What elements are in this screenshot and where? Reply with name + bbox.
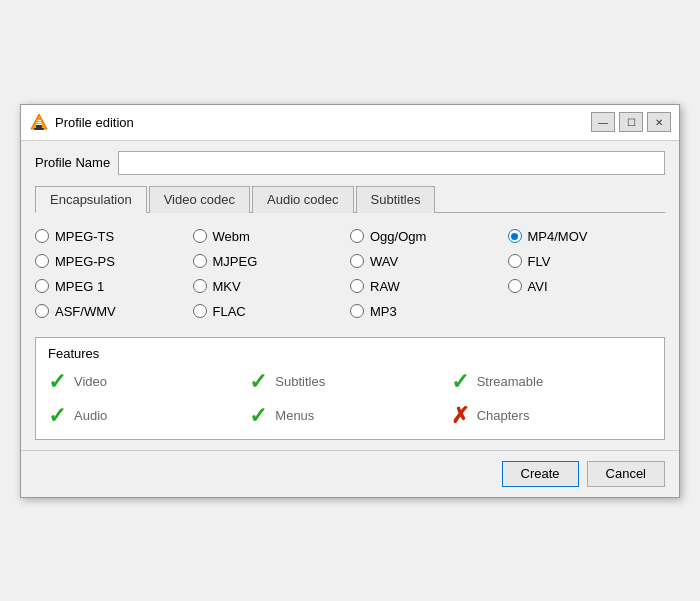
main-window: Profile edition — ☐ ✕ Profile Name Encap…: [20, 104, 680, 498]
radio-circle-raw: [350, 279, 364, 293]
feature-label-streamable: Streamable: [477, 374, 543, 389]
features-grid: ✓Video✓Subtitles✓Streamable✓Audio✓Menus✗…: [48, 371, 652, 427]
check-green-icon: ✓: [48, 405, 66, 427]
feature-item-chapters: ✗Chapters: [451, 405, 652, 427]
radio-item-asf-wmv[interactable]: ASF/WMV: [35, 304, 193, 319]
feature-item-menus: ✓Menus: [249, 405, 450, 427]
radio-label-mkv: MKV: [213, 279, 241, 294]
svg-rect-2: [34, 128, 44, 130]
check-green-icon: ✓: [249, 405, 267, 427]
feature-item-streamable: ✓Streamable: [451, 371, 652, 393]
feature-item-video: ✓Video: [48, 371, 249, 393]
tab-encapsulation[interactable]: Encapsulation: [35, 186, 147, 213]
maximize-button[interactable]: ☐: [619, 112, 643, 132]
window-controls: — ☐ ✕: [591, 112, 671, 132]
svg-rect-3: [37, 120, 41, 121]
radio-label-ogg-ogm: Ogg/Ogm: [370, 229, 426, 244]
features-title: Features: [48, 346, 652, 361]
encapsulation-options: MPEG-TSWebmOgg/OgmMP4/MOVMPEG-PSMJPEGWAV…: [35, 225, 665, 323]
radio-label-mpeg1: MPEG 1: [55, 279, 104, 294]
radio-item-raw[interactable]: RAW: [350, 279, 508, 294]
radio-item-flac[interactable]: FLAC: [193, 304, 351, 319]
minimize-button[interactable]: —: [591, 112, 615, 132]
profile-name-label: Profile Name: [35, 155, 110, 170]
radio-item-ogg-ogm[interactable]: Ogg/Ogm: [350, 229, 508, 244]
radio-circle-mpeg-ts: [35, 229, 49, 243]
feature-item-subtitles: ✓Subtitles: [249, 371, 450, 393]
radio-circle-mp3: [350, 304, 364, 318]
check-red-icon: ✗: [451, 405, 469, 427]
svg-rect-4: [37, 122, 42, 123]
check-green-icon: ✓: [451, 371, 469, 393]
radio-circle-webm: [193, 229, 207, 243]
radio-circle-wav: [350, 254, 364, 268]
close-button[interactable]: ✕: [647, 112, 671, 132]
tab-audio-codec[interactable]: Audio codec: [252, 186, 354, 213]
feature-label-chapters: Chapters: [477, 408, 530, 423]
tab-video-codec[interactable]: Video codec: [149, 186, 250, 213]
radio-item-mpeg-ps[interactable]: MPEG-PS: [35, 254, 193, 269]
profile-name-input[interactable]: [118, 151, 665, 175]
create-button[interactable]: Create: [502, 461, 579, 487]
radio-label-asf-wmv: ASF/WMV: [55, 304, 116, 319]
feature-label-audio: Audio: [74, 408, 107, 423]
radio-item-mpeg1[interactable]: MPEG 1: [35, 279, 193, 294]
cancel-button[interactable]: Cancel: [587, 461, 665, 487]
radio-circle-mp4-mov: [508, 229, 522, 243]
radio-circle-mkv: [193, 279, 207, 293]
check-green-icon: ✓: [249, 371, 267, 393]
radio-label-webm: Webm: [213, 229, 250, 244]
radio-item-mp4-mov[interactable]: MP4/MOV: [508, 229, 666, 244]
radio-label-wav: WAV: [370, 254, 398, 269]
profile-name-row: Profile Name: [35, 151, 665, 175]
radio-item-mp3[interactable]: MP3: [350, 304, 508, 319]
radio-label-mpeg-ts: MPEG-TS: [55, 229, 114, 244]
radio-circle-flv: [508, 254, 522, 268]
radio-circle-asf-wmv: [35, 304, 49, 318]
radio-item-mjpeg[interactable]: MJPEG: [193, 254, 351, 269]
window-content: Profile Name Encapsulation Video codec A…: [21, 141, 679, 450]
radio-label-flv: FLV: [528, 254, 551, 269]
radio-label-flac: FLAC: [213, 304, 246, 319]
tabs-container: Encapsulation Video codec Audio codec Su…: [35, 185, 665, 213]
title-bar: Profile edition — ☐ ✕: [21, 105, 679, 141]
radio-circle-ogg-ogm: [350, 229, 364, 243]
radio-label-mpeg-ps: MPEG-PS: [55, 254, 115, 269]
tab-subtitles[interactable]: Subtitles: [356, 186, 436, 213]
feature-item-audio: ✓Audio: [48, 405, 249, 427]
radio-circle-avi: [508, 279, 522, 293]
radio-item-webm[interactable]: Webm: [193, 229, 351, 244]
footer: Create Cancel: [21, 450, 679, 497]
app-icon: [29, 112, 49, 132]
radio-label-mjpeg: MJPEG: [213, 254, 258, 269]
svg-rect-1: [36, 125, 42, 128]
radio-circle-mpeg-ps: [35, 254, 49, 268]
radio-label-avi: AVI: [528, 279, 548, 294]
radio-circle-mpeg1: [35, 279, 49, 293]
feature-label-video: Video: [74, 374, 107, 389]
radio-label-raw: RAW: [370, 279, 400, 294]
radio-item-mkv[interactable]: MKV: [193, 279, 351, 294]
radio-item-mpeg-ts[interactable]: MPEG-TS: [35, 229, 193, 244]
radio-label-mp3: MP3: [370, 304, 397, 319]
radio-item-flv[interactable]: FLV: [508, 254, 666, 269]
radio-item-wav[interactable]: WAV: [350, 254, 508, 269]
feature-label-subtitles: Subtitles: [275, 374, 325, 389]
svg-rect-5: [36, 124, 42, 125]
radio-circle-mjpeg: [193, 254, 207, 268]
window-title: Profile edition: [55, 115, 591, 130]
check-green-icon: ✓: [48, 371, 66, 393]
radio-label-mp4-mov: MP4/MOV: [528, 229, 588, 244]
feature-label-menus: Menus: [275, 408, 314, 423]
radio-item-avi[interactable]: AVI: [508, 279, 666, 294]
features-box: Features ✓Video✓Subtitles✓Streamable✓Aud…: [35, 337, 665, 440]
radio-circle-flac: [193, 304, 207, 318]
